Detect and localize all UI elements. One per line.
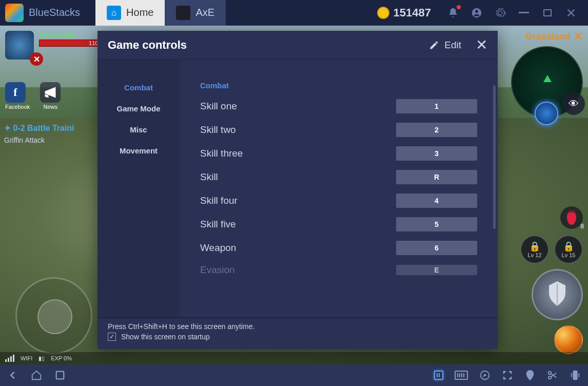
checkbox-label: Show this screen on startup [121, 333, 210, 341]
coin-icon [377, 7, 389, 19]
control-row: Skill four4 [200, 194, 477, 208]
tab-axe-label: AxE [195, 7, 214, 18]
system-bar [0, 364, 588, 386]
home-icon: ⌂ [107, 6, 121, 20]
wifi-label: WIFI [21, 355, 32, 361]
coin-balance[interactable]: 151487 [377, 6, 431, 20]
location-icon[interactable] [524, 370, 536, 381]
player-hud: Lv2 AmaEv 110 ✕ [5, 31, 101, 60]
modal-title: Game controls [108, 38, 429, 52]
control-row: Skill three3 [200, 146, 477, 161]
category-movement[interactable]: Movement [97, 140, 180, 161]
keyboard-icon[interactable] [455, 371, 468, 380]
coin-amount: 151487 [394, 6, 431, 20]
control-row: Skill two2 [200, 123, 477, 137]
social-buttons: f Facebook News [5, 82, 61, 110]
game-status-bar: WIFI ▮▯ EXP 0% [0, 352, 588, 364]
category-game-mode[interactable]: Game Mode [97, 98, 180, 119]
skill-locked-2[interactable]: 🔒Lv 15 [554, 235, 583, 264]
tab-home-label: Home [126, 7, 153, 18]
key-binding[interactable]: E [396, 265, 477, 275]
svg-point-1 [475, 10, 478, 13]
maximize-button[interactable] [541, 6, 554, 20]
quest-title[interactable]: ✦ 0-2 Battle Traini [4, 123, 74, 133]
titlebar: BlueStacks ⌂ Home AxE 151487 [0, 0, 588, 26]
signal-icon [5, 355, 14, 362]
account-icon[interactable] [470, 6, 483, 20]
key-binding[interactable]: 5 [396, 217, 477, 231]
alert-x-icon[interactable]: ✕ [30, 52, 43, 66]
control-row: Weapon6 [200, 241, 477, 255]
player-avatar-icon[interactable] [5, 31, 34, 60]
tab-axe[interactable]: AxE [165, 0, 226, 26]
back-button[interactable] [7, 370, 18, 381]
game-controls-modal: Game controls Edit ✕ Combat Game Mode Mi… [97, 31, 498, 349]
svg-point-5 [529, 373, 532, 375]
controls-panel: Combat Skill one1 Skill two2 Skill three… [180, 60, 498, 317]
facebook-icon[interactable]: f [5, 82, 26, 103]
camera-toggle-icon[interactable]: 👁 [562, 92, 585, 115]
key-binding[interactable]: 1 [396, 99, 477, 113]
minimize-button[interactable] [517, 6, 531, 20]
lock-icon: 🔒 [562, 241, 576, 252]
key-binding[interactable]: R [396, 170, 477, 184]
control-row: Skill five5 [200, 217, 477, 231]
fullscreen-icon[interactable] [502, 370, 513, 381]
scissors-icon[interactable] [547, 370, 558, 381]
key-binding[interactable]: 4 [396, 194, 477, 208]
svg-rect-2 [56, 372, 64, 379]
close-button[interactable] [564, 6, 578, 20]
section-title: Combat [200, 81, 477, 90]
notifications-icon[interactable] [446, 6, 460, 20]
pencil-icon [429, 40, 439, 50]
scrollbar[interactable] [493, 85, 496, 229]
news-icon[interactable] [40, 82, 61, 103]
axe-app-icon [176, 6, 190, 20]
settings-gear-icon[interactable] [494, 6, 507, 20]
recents-button[interactable] [54, 370, 66, 381]
edit-label: Edit [444, 40, 461, 51]
player-name: Lv2 AmaEv [39, 31, 101, 38]
game-viewport: Lv2 AmaEv 110 ✕ f Facebook News ✦ 0-2 Ba… [0, 26, 588, 364]
tab-home[interactable]: ⌂ Home [95, 0, 165, 26]
attack-button[interactable] [532, 269, 583, 320]
lock-icon: 🔒 [528, 241, 542, 252]
blue-orb-button[interactable] [535, 102, 558, 125]
category-list: Combat Game Mode Misc Movement [97, 60, 180, 317]
modal-header: Game controls Edit ✕ [97, 31, 498, 60]
facebook-label: Facebook [5, 104, 30, 110]
edit-button[interactable]: Edit [429, 40, 461, 51]
skill-locked-1[interactable]: 🔒Lv 12 [520, 235, 549, 264]
compass-icon[interactable] [479, 370, 491, 381]
news-label: News [40, 104, 61, 110]
potion-count: 8 [580, 223, 584, 230]
category-combat[interactable]: Combat [97, 77, 180, 98]
shake-icon[interactable] [570, 370, 581, 381]
key-binding[interactable]: 6 [396, 241, 477, 255]
cursor-mode-icon[interactable] [434, 371, 443, 380]
region-label: Grassland✕ [525, 30, 583, 43]
control-row: Skill one1 [200, 99, 477, 113]
control-row: SkillR [200, 170, 477, 184]
hp-bar: 110 [39, 40, 101, 47]
potion-button[interactable]: 8 [560, 206, 583, 229]
special-skill-button[interactable] [554, 325, 583, 354]
key-binding[interactable]: 3 [396, 146, 477, 161]
battery-icon: ▮▯ [38, 355, 45, 362]
quest-subtitle: Griffin Attack [4, 136, 45, 144]
key-binding[interactable]: 2 [396, 123, 477, 137]
home-button[interactable] [31, 370, 42, 381]
virtual-joystick[interactable] [15, 277, 92, 354]
modal-close-button[interactable]: ✕ [476, 36, 487, 53]
region-x-icon: ✕ [574, 30, 583, 43]
svg-rect-8 [573, 371, 577, 380]
control-row: EvasionE [200, 264, 477, 276]
bluestacks-logo-icon [5, 4, 24, 22]
svg-rect-3 [56, 372, 64, 379]
category-misc[interactable]: Misc [97, 119, 180, 140]
brand-name: BlueStacks [29, 7, 80, 18]
notification-dot-icon [457, 5, 461, 9]
startup-checkbox[interactable]: ✓ [108, 333, 116, 341]
modal-footer: Press Ctrl+Shift+H to see this screen an… [97, 317, 498, 349]
skill-buttons: 🔒Lv 12 🔒Lv 15 [520, 235, 583, 354]
